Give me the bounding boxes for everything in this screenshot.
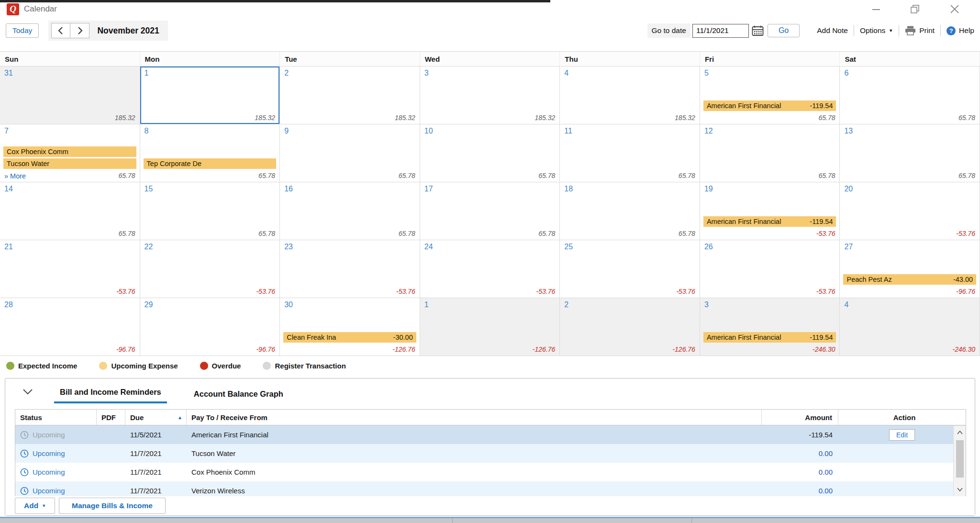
day-balance: 65.78 (818, 172, 835, 179)
day-balance: -53.76 (256, 288, 275, 295)
day-cell[interactable]: 12 65.78 (700, 124, 840, 182)
day-cell[interactable]: 28 -96.76 (0, 298, 140, 356)
day-balance: 185.32 (395, 114, 415, 122)
day-number: 27 (844, 243, 853, 251)
day-cell[interactable]: 1 -126.76 (420, 298, 560, 356)
event-amount: -119.54 (810, 102, 833, 110)
day-cell[interactable]: 22 -53.76 (140, 240, 280, 298)
day-cell[interactable]: 2 -126.76 (560, 298, 700, 356)
day-balance: 65.78 (818, 114, 835, 122)
day-cell[interactable]: 5 American First Financial-119.54 65.78 (700, 67, 840, 124)
logo-letter: Q (10, 4, 16, 14)
day-cell[interactable]: 14 65.78 (0, 182, 140, 240)
day-cell-selected[interactable]: 1 185.32 (140, 67, 280, 124)
day-cell[interactable]: 15 65.78 (140, 182, 280, 240)
day-cell[interactable]: 4 185.32 (560, 67, 700, 124)
tab-bill-and-income-reminders[interactable]: Bill and Income Reminders (54, 388, 167, 403)
goto-date-input[interactable] (692, 24, 749, 38)
event-list: Clean Freak Ina-30.00 (283, 332, 416, 343)
scroll-up-icon[interactable] (954, 427, 966, 438)
day-cell[interactable]: 26 -53.76 (700, 240, 840, 298)
event-bar[interactable]: Tep Corporate De (144, 158, 277, 169)
column-header-payee[interactable]: Pay To / Receive From (187, 410, 762, 425)
event-bar[interactable]: Clean Freak Ina-30.00 (283, 332, 416, 343)
date-picker-button[interactable] (752, 25, 764, 36)
day-cell[interactable]: 13 65.78 (840, 124, 980, 182)
weekday-header: Tue (280, 52, 420, 66)
day-cell[interactable]: 21 -53.76 (0, 240, 140, 298)
event-bar[interactable]: American First Financial-119.54 (703, 216, 836, 227)
day-cell[interactable]: 29 -96.76 (140, 298, 280, 356)
weekday-header: Fri (700, 52, 840, 66)
day-number: 2 (284, 69, 289, 78)
day-number: 1 (424, 300, 429, 309)
reminder-row[interactable]: Upcoming 11/7/2021 Cox Phoenix Comm 0.00 (15, 463, 966, 481)
day-number: 17 (424, 185, 433, 193)
day-cell[interactable]: 24 -53.76 (420, 240, 560, 298)
day-cell[interactable]: 23 -53.76 (280, 240, 420, 298)
next-month-button[interactable] (70, 23, 89, 38)
column-header-status[interactable]: Status (15, 410, 97, 425)
edit-button[interactable]: Edit (889, 429, 915, 441)
event-name: Tep Corporate De (147, 160, 201, 167)
legend-label: Upcoming Expense (111, 362, 178, 370)
day-cell[interactable]: 6 65.78 (840, 67, 980, 124)
day-cell[interactable]: 7 Cox Phoenix Comm Tucson Water » More 6… (0, 124, 140, 182)
day-cell[interactable]: 3 American First Financial-119.54 -246.3… (700, 298, 840, 356)
scrollbar-thumb[interactable] (956, 440, 964, 478)
day-number: 9 (284, 127, 289, 135)
options-button[interactable]: Options▼ (860, 26, 893, 35)
event-bar[interactable]: Peach Pest Az-43.00 (843, 274, 976, 285)
event-bar[interactable]: Tucson Water (3, 158, 136, 169)
event-bar[interactable]: American First Financial-119.54 (703, 100, 836, 111)
day-cell[interactable]: 3 185.32 (420, 67, 560, 124)
print-button[interactable]: Print (905, 26, 935, 35)
day-cell[interactable]: 8 Tep Corporate De 65.78 (140, 124, 280, 182)
day-balance: 65.78 (958, 172, 975, 179)
clock-icon (20, 487, 29, 495)
calendar-week: 28 -96.76 29 -96.76 30 Clean Freak Ina-3… (0, 298, 980, 356)
day-cell[interactable]: 18 65.78 (560, 182, 700, 240)
more-link[interactable]: » More (4, 172, 26, 180)
day-number: 14 (4, 185, 13, 193)
scroll-down-icon[interactable] (954, 484, 966, 495)
table-scrollbar[interactable] (953, 426, 966, 496)
payee-cell: Cox Phoenix Comm (187, 468, 762, 476)
event-bar[interactable]: Cox Phoenix Comm (3, 146, 136, 157)
day-cell[interactable]: 9 65.78 (280, 124, 420, 182)
day-cell[interactable]: 4 -246.30 (840, 298, 980, 356)
reminder-row[interactable]: Upcoming 11/7/2021 Verizon Wireless 0.00 (15, 481, 966, 497)
day-cell[interactable]: 2 185.32 (280, 67, 420, 124)
tab-account-balance-graph[interactable]: Account Balance Graph (188, 389, 289, 403)
add-note-button[interactable]: Add Note (817, 26, 848, 35)
minimize-button[interactable] (869, 4, 883, 14)
today-button[interactable]: Today (6, 23, 39, 38)
day-cell[interactable]: 10 65.78 (420, 124, 560, 182)
column-header-action[interactable]: Action (838, 410, 966, 425)
options-label: Options (860, 26, 885, 35)
help-button[interactable]: ?Help (947, 26, 974, 35)
day-balance: 65.78 (258, 172, 275, 179)
day-cell[interactable]: 19 American First Financial-119.54 -53.7… (700, 182, 840, 240)
day-cell[interactable]: 11 65.78 (560, 124, 700, 182)
reminder-row[interactable]: Upcoming 11/5/2021 American First Financ… (15, 425, 966, 444)
day-cell[interactable]: 17 65.78 (420, 182, 560, 240)
column-header-pdf[interactable]: PDF (97, 410, 125, 425)
go-button[interactable]: Go (768, 24, 800, 37)
column-header-amount[interactable]: Amount (762, 410, 838, 425)
day-cell[interactable]: 16 65.78 (280, 182, 420, 240)
reminder-row[interactable]: Upcoming 11/7/2021 Tucson Water 0.00 (15, 444, 966, 463)
day-cell[interactable]: 27 Peach Pest Az-43.00 -96.76 (840, 240, 980, 298)
column-header-due[interactable]: Due▲ (125, 410, 187, 425)
collapse-panel-chevron-icon[interactable] (22, 388, 33, 397)
close-button[interactable] (947, 4, 962, 14)
day-cell[interactable]: 20 -53.76 (840, 182, 980, 240)
day-cell[interactable]: 31 185.32 (0, 67, 140, 124)
manage-bills-income-button[interactable]: Manage Bills & Income (59, 498, 166, 514)
restore-button[interactable] (908, 4, 923, 14)
prev-month-button[interactable] (51, 23, 70, 38)
day-cell[interactable]: 25 -53.76 (560, 240, 700, 298)
day-cell[interactable]: 30 Clean Freak Ina-30.00 -126.76 (280, 298, 420, 356)
event-bar[interactable]: American First Financial-119.54 (703, 332, 836, 343)
add-button[interactable]: Add▼ (15, 498, 55, 514)
